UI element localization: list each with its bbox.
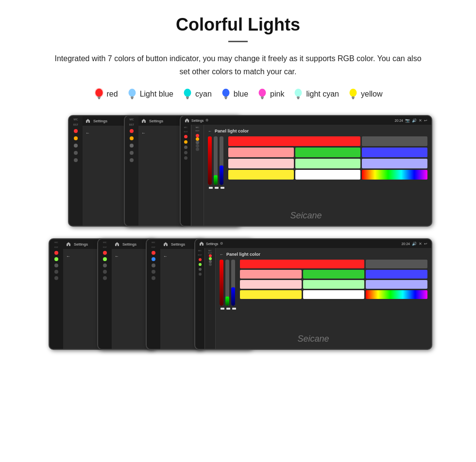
sidebar-dot-p2-4 — [130, 151, 134, 155]
bot-p3-sidebar: MIC RST — [147, 239, 160, 349]
svg-rect-20 — [352, 99, 354, 99]
bot-swatch-green — [303, 270, 365, 279]
bot-swatch-yellow — [240, 290, 302, 299]
home-icon-p3 — [185, 118, 189, 123]
yellow-bulb-icon — [348, 88, 358, 100]
settings-bp3: Settings — [171, 242, 185, 247]
settings-label-p2: Settings — [149, 119, 163, 123]
b-slider[interactable] — [220, 136, 223, 185]
b-slider-fill — [220, 165, 223, 185]
blue-label: blue — [234, 90, 248, 99]
device-row-top: MIC RST Settings ← — [29, 115, 447, 227]
sidebar-bell-dot — [74, 136, 78, 140]
swatch-blue — [362, 148, 427, 157]
cam-icon: 📷 — [405, 118, 410, 123]
panel-light-color-label: Panel light color — [215, 129, 249, 133]
panel-1-sidebar: MIC RST — [69, 116, 83, 226]
svg-rect-8 — [187, 99, 188, 99]
status-left: Settings ⚙ — [185, 118, 208, 123]
settings-bp4: Settings — [206, 242, 218, 246]
settings-bp2: Settings — [122, 242, 136, 247]
color-item-pink: pink — [257, 88, 284, 100]
gear-icon-p3: ⚙ — [205, 118, 208, 122]
vol-bp4: 🔊 — [412, 242, 417, 246]
vol-icon: 🔊 — [412, 118, 417, 123]
yellow-label: yellow — [361, 90, 382, 99]
g-slider[interactable] — [214, 136, 218, 185]
back-arrow-p1: ← — [85, 131, 90, 135]
bp4-header-row: ← Panel light color — [220, 252, 427, 257]
bp4-main: ← Panel light color — [216, 248, 431, 349]
color-item-lightcyan: light cyan — [293, 88, 339, 100]
status-bar-bp4: Settings ⚙ 20:24 🔊 ✕ ↩ — [195, 239, 431, 248]
handle-g — [215, 187, 219, 189]
swatch-rainbow — [362, 170, 427, 180]
svg-rect-4 — [131, 97, 134, 99]
status-right-bp4: 20:24 🔊 ✕ ↩ — [401, 242, 427, 246]
bot-swatch-lblue — [366, 280, 427, 289]
bottom-device-wrapper: MIC RST Settings ← — [39, 238, 437, 350]
bp4-content-row — [220, 260, 427, 306]
r-slider-fill — [208, 136, 212, 185]
panel-3-body: MIC RST MIC RST — [181, 125, 431, 226]
svg-point-6 — [184, 89, 191, 97]
bot-b-slider[interactable] — [231, 260, 235, 306]
g-slider-group — [214, 136, 218, 185]
swatch-yellow — [228, 170, 294, 180]
bot-swatch-empty — [366, 260, 427, 268]
panel-3-header-row: ← Panel light color — [208, 129, 427, 133]
svg-point-18 — [350, 89, 357, 97]
rst-label-p2: RST — [129, 123, 134, 126]
swatch-empty-1 — [362, 136, 427, 146]
panel-light-color-label-bot: Panel light color — [226, 252, 260, 257]
home-icon-p1 — [85, 118, 90, 123]
panel-2-sidebar: MIC RST — [125, 116, 138, 226]
bot-g-slider[interactable] — [225, 260, 229, 306]
svg-point-15 — [295, 89, 302, 97]
color-legend: red Light blue cyan — [29, 88, 447, 100]
handle-r — [209, 187, 213, 189]
svg-rect-2 — [98, 99, 100, 99]
rgb-sliders — [208, 136, 223, 185]
lightblue-bulb-icon — [127, 88, 137, 100]
svg-point-9 — [222, 89, 229, 97]
r-slider[interactable] — [208, 136, 212, 185]
svg-rect-16 — [297, 97, 300, 99]
sidebar-dot-p2-3 — [130, 144, 134, 148]
gear-bp4: ⚙ — [220, 242, 223, 246]
top-device-wrapper: MIC RST Settings ← — [39, 115, 437, 227]
swatch-pink — [228, 148, 294, 157]
mini-panel-1: MIC RST — [191, 125, 204, 226]
home-icon-bp3 — [163, 242, 168, 247]
cyan-bulb-icon — [182, 88, 193, 100]
time-bp4: 20:24 — [401, 242, 410, 246]
bp4-mini-2: MIC RST — [205, 248, 216, 349]
b-slider-group — [220, 136, 223, 185]
bot-rgb-sliders — [220, 260, 235, 306]
svg-rect-7 — [186, 97, 189, 99]
title-divider — [228, 41, 248, 42]
slider-handles — [208, 187, 427, 189]
mic-label: MIC — [73, 118, 78, 121]
bot-swatch-rainbow — [366, 290, 427, 299]
sidebar-power-dot — [74, 129, 78, 133]
color-item-blue: blue — [221, 88, 248, 100]
color-item-red: red — [94, 88, 118, 100]
color-swatches — [228, 136, 427, 180]
svg-rect-1 — [98, 97, 101, 99]
bot-r-slider[interactable] — [220, 260, 223, 306]
back-arrow-p2: ← — [141, 131, 146, 135]
blue-bulb-icon — [221, 88, 231, 100]
svg-rect-14 — [261, 99, 263, 99]
svg-rect-19 — [352, 97, 355, 99]
color-item-cyan: cyan — [182, 88, 212, 100]
bot-swatch-lgreen — [303, 280, 365, 289]
settings-label-p1: Settings — [93, 119, 107, 123]
page-title: Colorful Lights — [29, 15, 447, 35]
settings-bp1: Settings — [74, 242, 88, 247]
mic-label-p2: MIC — [129, 118, 134, 121]
mini-sidebar-1: MIC RST — [181, 125, 191, 226]
device-row-bottom: MIC RST Settings ← — [29, 238, 447, 350]
home-icon-bp4 — [199, 241, 204, 246]
swatch-red-wide — [228, 136, 360, 146]
